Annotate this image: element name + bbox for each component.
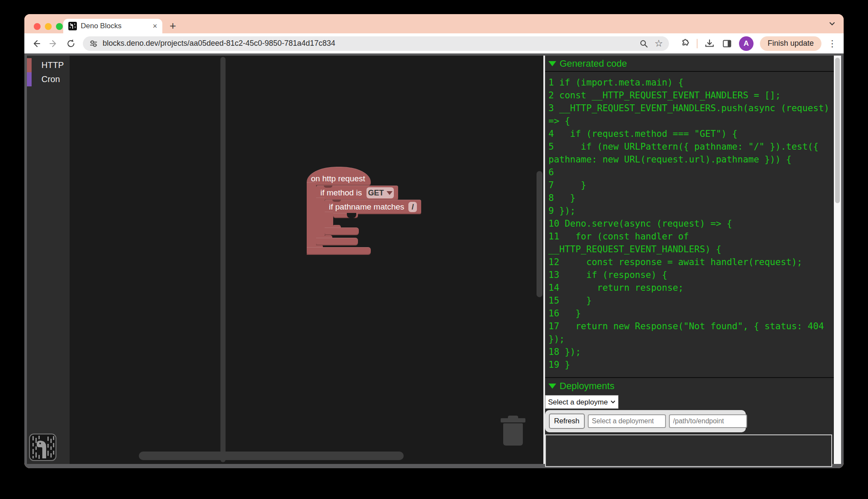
site-settings-tune-icon[interactable]: [89, 39, 98, 48]
right-panel: Generated code 1 if (import.meta.main) {…: [545, 56, 834, 464]
browser-toolbar: blocks.deno.dev/projects/aa05deed-81c2-4…: [24, 33, 844, 53]
favicon-deno-icon: [68, 22, 77, 30]
block-if-pathname-arm[interactable]: [325, 227, 359, 235]
deployment-controls: Refresh: [545, 410, 746, 432]
workspace-vertical-scrollbar[interactable]: [537, 171, 542, 297]
collapse-triangle-icon: [548, 384, 556, 389]
block-if-pathname[interactable]: if pathname matches /: [325, 200, 421, 214]
trash-icon[interactable]: [501, 416, 525, 446]
pathname-field[interactable]: /: [408, 202, 417, 212]
deployment-preview-frame: [545, 434, 832, 467]
finish-update-button[interactable]: Finish update: [760, 36, 821, 51]
method-dropdown-value: GET: [368, 189, 384, 198]
close-window-button[interactable]: [34, 23, 41, 30]
zoom-window-button[interactable]: [56, 23, 63, 30]
browser-window: Deno Blocks × +: [24, 14, 844, 468]
method-dropdown[interactable]: GET: [367, 187, 394, 198]
url-text[interactable]: blocks.deno.dev/projects/aa05deed-81c2-4…: [103, 39, 635, 48]
deployment-input[interactable]: [588, 414, 666, 428]
block-on-http-request-label: on http request: [311, 174, 365, 183]
zoom-search-icon[interactable]: [639, 39, 648, 48]
deno-blocks-app: HTTP Cron on http request: [27, 56, 841, 464]
http-category-label: HTTP: [41, 60, 64, 70]
panel-scrollbar-track[interactable]: [834, 56, 841, 464]
dropdown-arrow-icon: [387, 191, 393, 195]
blockly-toolbox: HTTP Cron: [27, 56, 70, 464]
toolbox-category-cron[interactable]: Cron: [27, 72, 70, 86]
blockly-workspace[interactable]: on http request if method is GET: [70, 56, 543, 464]
profile-avatar[interactable]: A: [739, 36, 754, 51]
block-if-pathname-label: if pathname matches: [329, 202, 404, 212]
titlebar: Deno Blocks × +: [24, 14, 844, 33]
deno-logo[interactable]: [29, 434, 56, 461]
forward-icon[interactable]: [48, 38, 59, 49]
collapse-triangle-icon: [548, 61, 556, 66]
block-statement-notch: [347, 213, 356, 218]
screen: Deno Blocks × +: [0, 0, 868, 499]
toolbar-separator: [697, 39, 698, 48]
downloads-icon[interactable]: [704, 38, 715, 49]
url-bar[interactable]: blocks.deno.dev/projects/aa05deed-81c2-4…: [83, 36, 669, 51]
cron-category-swatch: [27, 72, 32, 86]
flyout-scrollbar[interactable]: [220, 57, 226, 462]
tab-title: Deno Blocks: [81, 22, 149, 30]
generated-code: 1 if (import.meta.main) { 2 const __HTTP…: [548, 76, 834, 371]
block-on-http-request-arm[interactable]: [307, 247, 371, 255]
code-header-divider: [545, 71, 834, 72]
block-on-http-request-spine[interactable]: [307, 182, 316, 255]
deployments-title: Deployments: [560, 381, 614, 392]
panel-scrollbar-thumb[interactable]: [835, 58, 840, 203]
workspace-horizontal-scrollbar[interactable]: [139, 452, 404, 460]
side-panel-icon[interactable]: [721, 38, 733, 49]
extensions-puzzle-icon[interactable]: [679, 38, 690, 49]
block-if-method-label: if method is: [320, 188, 362, 198]
generated-code-title: Generated code: [560, 58, 627, 69]
deployment-select-wrap: Select a deployment: [545, 395, 619, 409]
reload-icon[interactable]: [66, 38, 77, 49]
block-if-method[interactable]: if method is GET: [316, 186, 398, 200]
page-frame: HTTP Cron on http request: [24, 53, 844, 468]
block-on-http-request[interactable]: on http request: [307, 167, 371, 186]
new-tab-button[interactable]: +: [170, 19, 176, 32]
http-category-swatch: [27, 58, 32, 72]
bookmark-star-icon[interactable]: ☆: [654, 39, 663, 48]
cron-category-label: Cron: [41, 74, 60, 84]
minimize-window-button[interactable]: [45, 23, 52, 30]
browser-menu-kebab-icon[interactable]: ⋮: [828, 38, 837, 49]
refresh-button[interactable]: Refresh: [549, 413, 585, 429]
tab-deno-blocks[interactable]: Deno Blocks ×: [63, 19, 162, 33]
back-icon[interactable]: [31, 38, 42, 49]
endpoint-path-input[interactable]: [669, 414, 747, 428]
toolbox-category-http[interactable]: HTTP: [27, 58, 70, 72]
titlebar-chevron-down-icon[interactable]: [828, 20, 836, 27]
deployments-header[interactable]: Deployments: [545, 378, 834, 393]
deployment-select[interactable]: Select a deployment: [545, 395, 619, 409]
toolbar-actions: A Finish update ⋮: [679, 36, 837, 51]
tab-close-icon[interactable]: ×: [152, 22, 157, 30]
generated-code-header[interactable]: Generated code: [545, 56, 834, 71]
block-if-method-arm[interactable]: [316, 238, 358, 245]
